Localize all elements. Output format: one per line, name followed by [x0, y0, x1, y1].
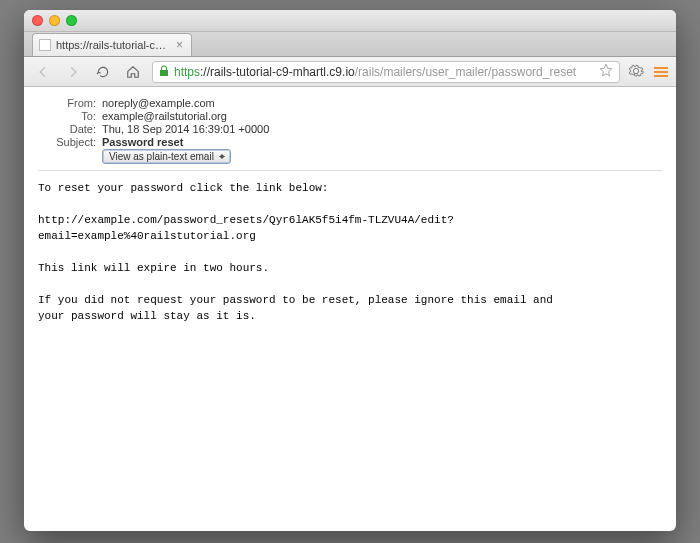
url-text: https://rails-tutorial-c9-mhartl.c9.io/r…	[174, 65, 576, 79]
browser-window: https://rails-tutorial-c9-m × https://ra…	[24, 10, 676, 531]
tab-strip: https://rails-tutorial-c9-m ×	[24, 32, 676, 57]
view-format-select[interactable]: View as plain-text email	[102, 149, 231, 164]
close-window-button[interactable]	[32, 15, 43, 26]
body-line: This link will expire in two hours.	[38, 262, 269, 274]
home-button[interactable]	[122, 61, 144, 83]
page-content: From: noreply@example.com To: example@ra…	[24, 87, 676, 334]
toolbar-right	[628, 63, 668, 81]
from-value: noreply@example.com	[102, 97, 662, 109]
view-format-label: View as plain-text email	[109, 151, 214, 162]
reload-button[interactable]	[92, 61, 114, 83]
favicon-icon	[39, 39, 51, 51]
date-label: Date:	[38, 123, 96, 135]
email-body: To reset your password click the link be…	[38, 181, 662, 324]
arrow-right-icon	[66, 65, 80, 79]
subject-value: Password reset	[102, 136, 662, 148]
url-path: /rails/mailers/user_mailer/password_rese…	[355, 65, 576, 79]
address-bar[interactable]: https://rails-tutorial-c9-mhartl.c9.io/r…	[152, 61, 620, 83]
from-label: From:	[38, 97, 96, 109]
url-scheme: https	[174, 65, 200, 79]
arrow-left-icon	[36, 65, 50, 79]
home-icon	[126, 65, 140, 79]
browser-toolbar: https://rails-tutorial-c9-mhartl.c9.io/r…	[24, 57, 676, 87]
body-line: To reset your password click the link be…	[38, 182, 328, 194]
header-divider	[38, 170, 662, 171]
forward-button[interactable]	[62, 61, 84, 83]
minimize-window-button[interactable]	[49, 15, 60, 26]
to-value: example@railstutorial.org	[102, 110, 662, 122]
tab-title: https://rails-tutorial-c9-m	[56, 39, 169, 51]
reload-icon	[96, 65, 110, 79]
url-host: ://rails-tutorial-c9-mhartl.c9.io	[200, 65, 355, 79]
close-tab-button[interactable]: ×	[174, 39, 185, 51]
window-controls	[32, 15, 77, 26]
body-line: If you did not request your password to …	[38, 294, 553, 306]
email-headers: From: noreply@example.com To: example@ra…	[38, 97, 662, 164]
browser-tab[interactable]: https://rails-tutorial-c9-m ×	[32, 33, 192, 56]
bookmark-star-icon[interactable]	[599, 63, 613, 80]
window-titlebar	[24, 10, 676, 32]
subject-label: Subject:	[38, 136, 96, 148]
to-label: To:	[38, 110, 96, 122]
body-line: your password will stay as it is.	[38, 310, 256, 322]
hamburger-menu-icon[interactable]	[654, 67, 668, 77]
lock-icon	[159, 65, 169, 79]
zoom-window-button[interactable]	[66, 15, 77, 26]
date-value: Thu, 18 Sep 2014 16:39:01 +0000	[102, 123, 662, 135]
back-button[interactable]	[32, 61, 54, 83]
body-line: http://example.com/password_resets/Qyr6l…	[38, 214, 454, 242]
gear-icon[interactable]	[628, 63, 644, 81]
